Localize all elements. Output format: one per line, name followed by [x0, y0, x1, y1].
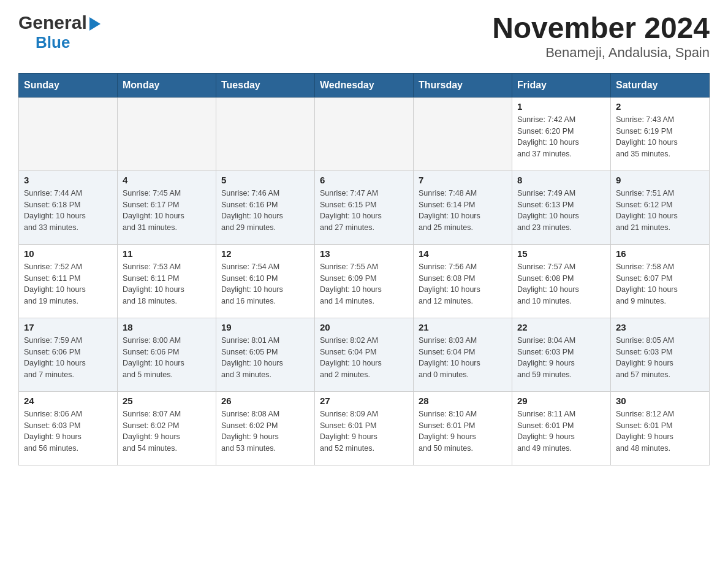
day-info: Sunrise: 7:55 AM Sunset: 6:09 PM Dayligh…: [320, 261, 408, 307]
calendar-cell: [19, 97, 118, 170]
day-number: 13: [320, 248, 408, 259]
day-number: 12: [221, 248, 309, 259]
day-number: 7: [419, 175, 507, 185]
day-header-friday: Friday: [512, 73, 611, 97]
calendar-week-row: 3Sunrise: 7:44 AM Sunset: 6:18 PM Daylig…: [19, 170, 710, 244]
day-header-monday: Monday: [118, 73, 216, 97]
calendar-cell: 3Sunrise: 7:44 AM Sunset: 6:18 PM Daylig…: [19, 170, 118, 244]
calendar-cell: [216, 97, 315, 170]
calendar-cell: 23Sunrise: 8:05 AM Sunset: 6:03 PM Dayli…: [611, 318, 710, 391]
day-info: Sunrise: 8:12 AM Sunset: 6:01 PM Dayligh…: [616, 408, 704, 454]
day-info: Sunrise: 8:08 AM Sunset: 6:02 PM Dayligh…: [221, 408, 309, 454]
day-number: 3: [24, 175, 112, 185]
day-info: Sunrise: 8:01 AM Sunset: 6:05 PM Dayligh…: [221, 335, 309, 381]
day-info: Sunrise: 7:57 AM Sunset: 6:08 PM Dayligh…: [517, 261, 605, 307]
logo-arrow-icon: [89, 15, 100, 31]
day-info: Sunrise: 7:51 AM Sunset: 6:12 PM Dayligh…: [616, 188, 704, 234]
calendar-cell: 10Sunrise: 7:52 AM Sunset: 6:11 PM Dayli…: [19, 244, 118, 318]
calendar-cell: 6Sunrise: 7:47 AM Sunset: 6:15 PM Daylig…: [315, 170, 414, 244]
day-number: 22: [517, 322, 605, 332]
day-info: Sunrise: 8:04 AM Sunset: 6:03 PM Dayligh…: [517, 335, 605, 381]
calendar-cell: 27Sunrise: 8:09 AM Sunset: 6:01 PM Dayli…: [315, 391, 414, 465]
day-header-thursday: Thursday: [414, 73, 512, 97]
calendar-header-row: SundayMondayTuesdayWednesdayThursdayFrid…: [19, 73, 710, 97]
page-header: General Blue November 2024 Benameji, And…: [18, 12, 710, 61]
logo-blue-text: Blue: [36, 33, 70, 52]
day-number: 2: [616, 101, 704, 112]
calendar-cell: 30Sunrise: 8:12 AM Sunset: 6:01 PM Dayli…: [611, 391, 710, 465]
calendar-cell: 5Sunrise: 7:46 AM Sunset: 6:16 PM Daylig…: [216, 170, 315, 244]
day-info: Sunrise: 8:06 AM Sunset: 6:03 PM Dayligh…: [24, 408, 112, 454]
calendar-week-row: 10Sunrise: 7:52 AM Sunset: 6:11 PM Dayli…: [19, 244, 710, 318]
day-info: Sunrise: 8:05 AM Sunset: 6:03 PM Dayligh…: [616, 335, 704, 381]
calendar-cell: 4Sunrise: 7:45 AM Sunset: 6:17 PM Daylig…: [118, 170, 216, 244]
day-header-tuesday: Tuesday: [216, 73, 315, 97]
calendar-cell: 7Sunrise: 7:48 AM Sunset: 6:14 PM Daylig…: [414, 170, 512, 244]
calendar-cell: 29Sunrise: 8:11 AM Sunset: 6:01 PM Dayli…: [512, 391, 611, 465]
calendar-cell: 17Sunrise: 7:59 AM Sunset: 6:06 PM Dayli…: [19, 318, 118, 391]
calendar-cell: 16Sunrise: 7:58 AM Sunset: 6:07 PM Dayli…: [611, 244, 710, 318]
calendar-cell: 13Sunrise: 7:55 AM Sunset: 6:09 PM Dayli…: [315, 244, 414, 318]
title-section: November 2024 Benameji, Andalusia, Spain: [492, 12, 710, 61]
day-header-sunday: Sunday: [19, 73, 118, 97]
day-number: 14: [419, 248, 507, 259]
day-info: Sunrise: 7:54 AM Sunset: 6:10 PM Dayligh…: [221, 261, 309, 307]
day-info: Sunrise: 8:03 AM Sunset: 6:04 PM Dayligh…: [419, 335, 507, 381]
calendar-cell: 1Sunrise: 7:42 AM Sunset: 6:20 PM Daylig…: [512, 97, 611, 170]
day-info: Sunrise: 7:59 AM Sunset: 6:06 PM Dayligh…: [24, 335, 112, 381]
day-number: 9: [616, 175, 704, 185]
day-info: Sunrise: 7:44 AM Sunset: 6:18 PM Dayligh…: [24, 188, 112, 234]
logo-general-text: General: [18, 12, 87, 33]
day-info: Sunrise: 7:53 AM Sunset: 6:11 PM Dayligh…: [123, 261, 211, 307]
calendar-cell: [315, 97, 414, 170]
day-number: 5: [221, 175, 309, 185]
calendar-subtitle: Benameji, Andalusia, Spain: [492, 45, 710, 61]
calendar-cell: 15Sunrise: 7:57 AM Sunset: 6:08 PM Dayli…: [512, 244, 611, 318]
calendar-week-row: 17Sunrise: 7:59 AM Sunset: 6:06 PM Dayli…: [19, 318, 710, 391]
day-number: 17: [24, 322, 112, 332]
day-info: Sunrise: 7:46 AM Sunset: 6:16 PM Dayligh…: [221, 188, 309, 234]
day-number: 16: [616, 248, 704, 259]
day-info: Sunrise: 8:11 AM Sunset: 6:01 PM Dayligh…: [517, 408, 605, 454]
calendar-cell: 28Sunrise: 8:10 AM Sunset: 6:01 PM Dayli…: [414, 391, 512, 465]
calendar-week-row: 24Sunrise: 8:06 AM Sunset: 6:03 PM Dayli…: [19, 391, 710, 465]
day-info: Sunrise: 8:07 AM Sunset: 6:02 PM Dayligh…: [123, 408, 211, 454]
day-number: 8: [517, 175, 605, 185]
calendar-cell: 21Sunrise: 8:03 AM Sunset: 6:04 PM Dayli…: [414, 318, 512, 391]
calendar-cell: 19Sunrise: 8:01 AM Sunset: 6:05 PM Dayli…: [216, 318, 315, 391]
logo: General Blue: [18, 12, 100, 52]
day-info: Sunrise: 8:10 AM Sunset: 6:01 PM Dayligh…: [419, 408, 507, 454]
day-number: 11: [123, 248, 211, 259]
calendar-cell: 20Sunrise: 8:02 AM Sunset: 6:04 PM Dayli…: [315, 318, 414, 391]
calendar-cell: [414, 97, 512, 170]
day-info: Sunrise: 8:02 AM Sunset: 6:04 PM Dayligh…: [320, 335, 408, 381]
svg-marker-0: [89, 17, 100, 31]
day-info: Sunrise: 7:52 AM Sunset: 6:11 PM Dayligh…: [24, 261, 112, 307]
day-info: Sunrise: 7:42 AM Sunset: 6:20 PM Dayligh…: [517, 114, 605, 160]
day-number: 27: [320, 396, 408, 406]
calendar-title: November 2024: [492, 12, 710, 45]
day-header-wednesday: Wednesday: [315, 73, 414, 97]
day-number: 1: [517, 101, 605, 112]
day-number: 21: [419, 322, 507, 332]
day-number: 26: [221, 396, 309, 406]
day-number: 18: [123, 322, 211, 332]
day-number: 19: [221, 322, 309, 332]
day-number: 29: [517, 396, 605, 406]
calendar-week-row: 1Sunrise: 7:42 AM Sunset: 6:20 PM Daylig…: [19, 97, 710, 170]
calendar-cell: 25Sunrise: 8:07 AM Sunset: 6:02 PM Dayli…: [118, 391, 216, 465]
day-info: Sunrise: 7:48 AM Sunset: 6:14 PM Dayligh…: [419, 188, 507, 234]
calendar-cell: 26Sunrise: 8:08 AM Sunset: 6:02 PM Dayli…: [216, 391, 315, 465]
day-info: Sunrise: 7:49 AM Sunset: 6:13 PM Dayligh…: [517, 188, 605, 234]
day-info: Sunrise: 7:47 AM Sunset: 6:15 PM Dayligh…: [320, 188, 408, 234]
day-number: 25: [123, 396, 211, 406]
calendar-cell: 8Sunrise: 7:49 AM Sunset: 6:13 PM Daylig…: [512, 170, 611, 244]
day-info: Sunrise: 7:58 AM Sunset: 6:07 PM Dayligh…: [616, 261, 704, 307]
day-number: 10: [24, 248, 112, 259]
day-number: 24: [24, 396, 112, 406]
day-number: 15: [517, 248, 605, 259]
day-number: 30: [616, 396, 704, 406]
calendar-cell: 12Sunrise: 7:54 AM Sunset: 6:10 PM Dayli…: [216, 244, 315, 318]
day-number: 6: [320, 175, 408, 185]
calendar-cell: 22Sunrise: 8:04 AM Sunset: 6:03 PM Dayli…: [512, 318, 611, 391]
